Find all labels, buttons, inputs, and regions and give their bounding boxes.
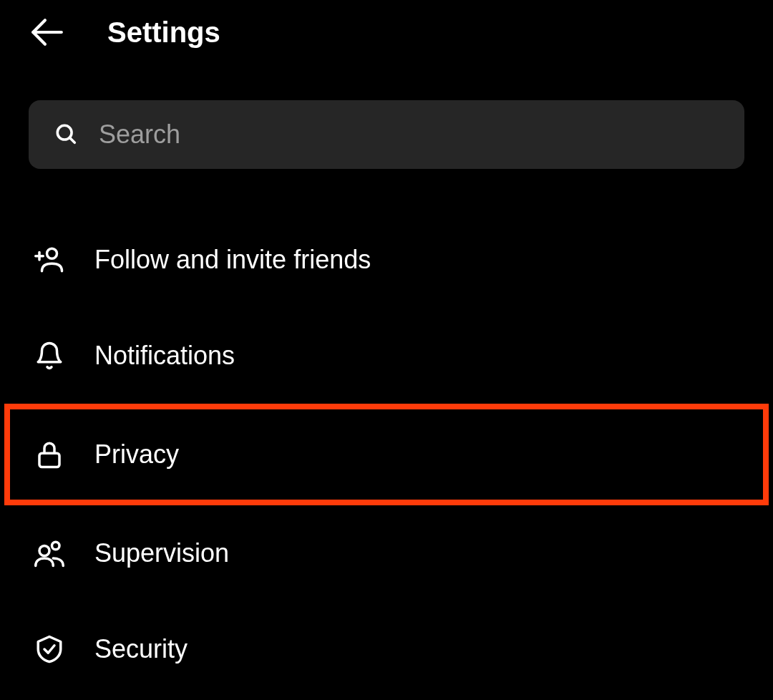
- menu-item-label: Notifications: [94, 341, 235, 371]
- shield-check-icon: [34, 634, 64, 664]
- menu-item-follow-invite[interactable]: Follow and invite friends: [0, 212, 773, 308]
- svg-line-2: [69, 137, 74, 142]
- menu-item-label: Follow and invite friends: [94, 245, 371, 275]
- svg-point-7: [39, 546, 49, 556]
- menu-item-supervision[interactable]: Supervision: [0, 505, 773, 601]
- menu-item-label: Security: [94, 634, 188, 664]
- add-person-icon: [34, 245, 64, 275]
- svg-point-8: [52, 542, 60, 550]
- search-icon: [54, 122, 79, 147]
- menu-item-label: Supervision: [94, 538, 229, 568]
- search-input[interactable]: [99, 120, 719, 150]
- search-bar[interactable]: [29, 100, 744, 169]
- menu-item-security[interactable]: Security: [0, 601, 773, 697]
- people-icon: [34, 538, 64, 568]
- svg-point-3: [47, 248, 57, 258]
- menu-item-notifications[interactable]: Notifications: [0, 308, 773, 404]
- back-button[interactable]: [29, 14, 64, 50]
- settings-menu: Follow and invite friends Notifications …: [0, 212, 773, 697]
- svg-rect-6: [39, 453, 59, 467]
- header: Settings: [0, 0, 773, 79]
- menu-item-label: Privacy: [94, 439, 179, 470]
- lock-icon: [34, 439, 64, 470]
- page-title: Settings: [107, 16, 220, 49]
- menu-item-privacy[interactable]: Privacy: [4, 404, 769, 505]
- arrow-left-icon: [29, 14, 64, 50]
- bell-icon: [34, 341, 64, 371]
